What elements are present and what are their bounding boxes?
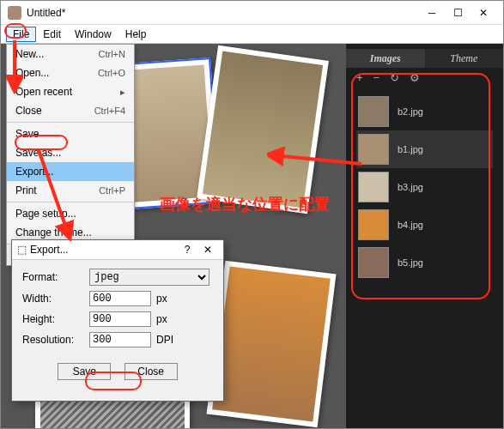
format-select[interactable]: jpeg xyxy=(89,269,209,286)
menu-file[interactable]: File xyxy=(6,27,36,42)
menu-edit[interactable]: Edit xyxy=(36,27,68,42)
chevron-right-icon: ▸ xyxy=(120,87,125,98)
thumb-name: b1.jpg xyxy=(398,144,423,154)
menu-save-as[interactable]: Save as... xyxy=(7,143,134,162)
side-tabs: Images Theme xyxy=(346,44,503,68)
side-toolbar: + − ↻ ⚙ xyxy=(346,68,503,88)
help-button[interactable]: ? xyxy=(177,244,197,256)
window-title: Untitled* xyxy=(27,7,419,19)
side-panel: Images Theme + − ↻ ⚙ b2.jpg b1.jpg b3.jp… xyxy=(346,44,503,428)
menu-page-setup[interactable]: Page setup... xyxy=(7,204,134,223)
dialog-title: Export... xyxy=(27,244,177,256)
width-label: Width: xyxy=(22,293,89,305)
tab-images[interactable]: Images xyxy=(346,49,425,68)
menu-export[interactable]: Export... xyxy=(7,162,134,181)
thumbnail-icon xyxy=(358,247,389,278)
dialog-body: Format: jpeg Width: px Height: px Resolu… xyxy=(12,260,223,401)
minimize-button[interactable]: ─ xyxy=(419,4,445,21)
format-label: Format: xyxy=(22,271,89,283)
thumb-name: b4.jpg xyxy=(398,220,423,230)
settings-icon[interactable]: ⚙ xyxy=(410,71,420,84)
list-item[interactable]: b2.jpg xyxy=(356,93,493,130)
thumb-name: b3.jpg xyxy=(398,182,423,192)
dialog-icon: ⬚ xyxy=(17,244,27,256)
menu-open[interactable]: Open...Ctrl+O xyxy=(7,63,134,82)
menu-close[interactable]: CloseCtrl+F4 xyxy=(7,101,134,120)
menu-save[interactable]: Save xyxy=(7,124,134,143)
canvas-photo[interactable] xyxy=(207,261,337,428)
menu-open-recent[interactable]: Open recent▸ xyxy=(7,82,134,101)
save-button[interactable]: Save xyxy=(58,363,111,380)
unit-px: px xyxy=(156,293,167,305)
add-image-button[interactable]: + xyxy=(356,71,363,84)
app-icon xyxy=(8,6,21,20)
height-label: Height: xyxy=(22,313,89,325)
menubar: File Edit Window Help xyxy=(1,25,503,44)
resolution-label: Resolution: xyxy=(22,334,89,346)
resolution-input[interactable] xyxy=(89,332,151,347)
list-item[interactable]: b3.jpg xyxy=(356,168,493,206)
menu-window[interactable]: Window xyxy=(68,27,118,42)
list-item[interactable]: b4.jpg xyxy=(356,206,493,244)
close-window-button[interactable]: ✕ xyxy=(471,4,496,21)
menu-separator xyxy=(7,122,134,123)
file-dropdown: New...Ctrl+N Open...Ctrl+O Open recent▸ … xyxy=(6,44,135,266)
export-dialog: ⬚ Export... ? ✕ Format: jpeg Width: px H… xyxy=(11,239,224,402)
remove-image-button[interactable]: − xyxy=(373,71,380,84)
tab-theme[interactable]: Theme xyxy=(425,49,504,68)
thumb-name: b2.jpg xyxy=(398,106,423,117)
dialog-close-button[interactable]: ✕ xyxy=(197,244,218,256)
thumb-name: b5.jpg xyxy=(398,257,423,268)
unit-dpi: DPI xyxy=(156,334,173,346)
menu-print[interactable]: PrintCtrl+P xyxy=(7,181,134,200)
photo-image xyxy=(212,266,331,421)
thumbnail-list: b2.jpg b1.jpg b3.jpg b4.jpg b5.jpg xyxy=(346,88,503,287)
unit-px: px xyxy=(156,313,167,325)
thumbnail-icon xyxy=(358,172,389,202)
refresh-icon[interactable]: ↻ xyxy=(390,71,399,84)
list-item[interactable]: b1.jpg xyxy=(356,130,493,168)
thumbnail-icon xyxy=(358,134,389,165)
width-input[interactable] xyxy=(89,291,151,306)
dialog-actions: Save Close xyxy=(22,353,213,392)
height-input[interactable] xyxy=(89,311,151,327)
maximize-button[interactable]: ☐ xyxy=(445,4,471,21)
thumbnail-icon xyxy=(358,209,389,240)
dialog-titlebar: ⬚ Export... ? ✕ xyxy=(12,240,223,260)
main-window: Untitled* ─ ☐ ✕ File Edit Window Help Im… xyxy=(0,0,504,429)
canvas-photo[interactable] xyxy=(197,45,329,214)
list-item[interactable]: b5.jpg xyxy=(356,244,493,281)
close-button[interactable]: Close xyxy=(124,363,178,380)
photo-image xyxy=(203,51,323,208)
thumbnail-icon xyxy=(358,96,389,127)
menu-separator xyxy=(7,202,134,202)
menu-new[interactable]: New...Ctrl+N xyxy=(7,45,134,63)
titlebar: Untitled* ─ ☐ ✕ xyxy=(1,1,503,25)
menu-help[interactable]: Help xyxy=(118,27,154,42)
